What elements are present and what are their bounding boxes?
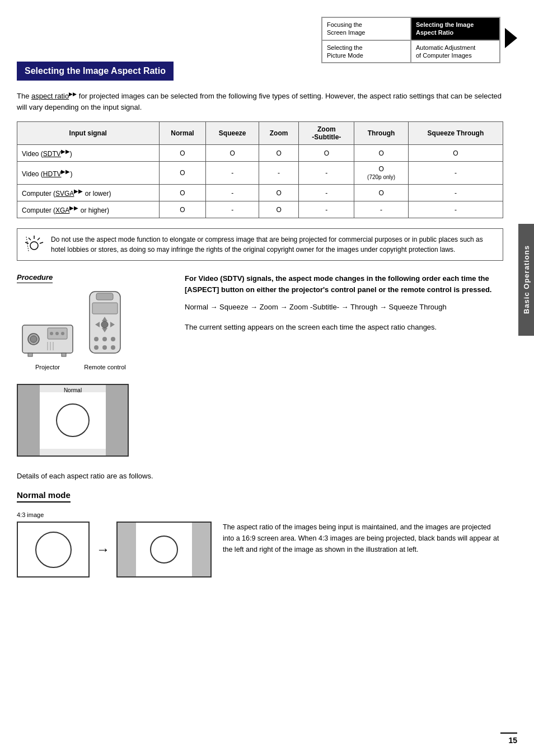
procedure-label: Procedure [17, 273, 53, 283]
col-header-squeeze: Squeeze [206, 122, 259, 145]
row-xga-through: - [354, 201, 408, 218]
row-sdtv-zoom: O [259, 145, 298, 162]
svg-rect-20 [96, 293, 113, 300]
dest-circle [150, 536, 178, 564]
warning-box: Do not use the aspect mode function to e… [17, 228, 503, 261]
row-hdtv-squeeze: - [206, 162, 259, 185]
row-xga-zoom: O [259, 201, 298, 218]
table-row: Computer (XGA▶▶ or higher) O - O - - - [17, 201, 503, 218]
aspect-ratio-link: aspect ratio [31, 92, 69, 100]
row-hdtv-zoom: - [259, 162, 298, 185]
svg-line-6 [26, 237, 29, 251]
normal-mode-section: Normal mode 4:3 image → The as [17, 490, 503, 577]
svg-point-28 [102, 337, 107, 341]
row-svga-normal: O [159, 185, 206, 201]
remote-label: Remote control [84, 364, 126, 370]
devices-row: Projector [17, 289, 174, 370]
projector-svg [17, 314, 78, 361]
main-content: Selecting the Image Aspect Ratio The asp… [17, 62, 503, 589]
procedure-diagrams: Procedure [17, 273, 174, 458]
row-hdtv-label: Video (HDTV▶▶) [17, 162, 160, 185]
row-xga-squeeze-through: - [408, 201, 503, 218]
procedure-bold-text: For Video (SDTV) signals, the aspect mod… [185, 273, 503, 295]
row-svga-squeeze-through: - [408, 185, 503, 201]
source-image-container [17, 522, 90, 577]
source-screen [17, 522, 90, 577]
svg-point-27 [94, 337, 99, 341]
projector-label: Projector [35, 364, 60, 370]
source-circle [35, 532, 72, 568]
svg-point-31 [102, 345, 107, 350]
col-header-zoom: Zoom [259, 122, 298, 145]
screen-gray-left [18, 385, 40, 456]
side-tab-label: Basic Operations [518, 224, 534, 336]
procedure-section: Procedure [17, 273, 503, 458]
row-sdtv-normal: O [159, 145, 206, 162]
intro-paragraph: The aspect ratio▶▶ for projected images … [17, 91, 503, 112]
projector-diagram: Projector [17, 314, 78, 370]
svg-point-30 [94, 345, 99, 350]
dest-inner [136, 523, 192, 576]
row-svga-through: O [354, 185, 408, 201]
remote-diagram: Remote control [84, 289, 126, 370]
warning-icon [24, 234, 44, 255]
row-svga-zoom-sub: - [299, 185, 354, 201]
nav-picture-mode[interactable]: Selecting the Picture Mode [322, 40, 411, 63]
row-xga-squeeze: - [206, 201, 259, 218]
row-sdtv-through: O [354, 145, 408, 162]
row-xga-label: Computer (XGA▶▶ or higher) [17, 201, 160, 218]
row-hdtv-squeeze-through: - [408, 162, 503, 185]
col-header-normal: Normal [159, 122, 206, 145]
row-xga-normal: O [159, 201, 206, 218]
col-header-input: Input signal [17, 122, 160, 145]
warning-text: Do not use the aspect mode function to e… [51, 234, 496, 255]
procedure-sequence: Normal → Squeeze → Zoom → Zoom -Subtitle… [185, 302, 503, 313]
dest-screen [116, 522, 212, 577]
screen-circle [56, 403, 90, 437]
normal-mode-description: The aspect ratio of the images being inp… [223, 522, 503, 555]
remote-svg [84, 289, 126, 361]
row-sdtv-label: Video (SDTV▶▶) [17, 145, 160, 162]
row-sdtv-squeeze-through: O [408, 145, 503, 162]
row-hdtv-normal: O [159, 162, 206, 185]
screen-diagram-container: Normal [17, 379, 129, 457]
normal-mode-illustration: → The aspect ratio of the images being i… [17, 522, 503, 577]
svg-point-12 [55, 332, 59, 335]
col-header-zoom-sub: Zoom-Subtitle- [299, 122, 354, 145]
row-svga-zoom: O [259, 185, 298, 201]
procedure-current-setting: The current setting appears on the scree… [185, 322, 503, 334]
page-title: Selecting the Image Aspect Ratio [17, 62, 174, 81]
procedure-description: For Video (SDTV) signals, the aspect mod… [185, 273, 503, 458]
svg-point-13 [61, 332, 64, 335]
svg-rect-17 [28, 353, 32, 356]
nav-focusing[interactable]: Focusing the Screen Image [322, 17, 411, 40]
nav-aspect-ratio[interactable]: Selecting the Image Aspect Ratio [411, 17, 500, 40]
svg-point-32 [111, 345, 115, 350]
table-row: Video (SDTV▶▶) O O O O O O [17, 145, 503, 162]
row-svga-squeeze: - [206, 185, 259, 201]
row-svga-label: Computer (SVGA▶▶ or lower) [17, 185, 160, 201]
nav-auto-adjust[interactable]: Automatic Adjustment of Computer Images [411, 40, 500, 63]
image-label-4-3: 4:3 image [17, 511, 503, 518]
svg-line-3 [40, 242, 43, 243]
arrow-right-icon: → [96, 542, 110, 557]
svg-line-5 [25, 242, 29, 243]
svg-line-4 [29, 238, 31, 240]
svg-point-9 [30, 336, 37, 342]
svg-line-2 [38, 238, 40, 240]
table-row: Computer (SVGA▶▶ or lower) O - O - O - [17, 185, 503, 201]
table-row: Video (HDTV▶▶) O - - - O(720p only) - [17, 162, 503, 185]
col-header-squeeze-through: Squeeze Through [408, 122, 503, 145]
row-hdtv-through: O(720p only) [354, 162, 408, 185]
screen-diagram: Normal [17, 384, 129, 457]
svg-rect-21 [92, 303, 118, 314]
page-number: 15 [500, 732, 517, 745]
screen-inner [40, 392, 106, 449]
nav-arrow-icon [505, 28, 517, 48]
navigation-bar: Focusing the Screen Image Selecting the … [321, 17, 500, 63]
row-sdtv-squeeze: O [206, 145, 259, 162]
svg-point-11 [50, 332, 53, 335]
row-sdtv-zoom-sub: O [299, 145, 354, 162]
svg-point-0 [30, 242, 38, 250]
svg-rect-18 [62, 353, 66, 356]
